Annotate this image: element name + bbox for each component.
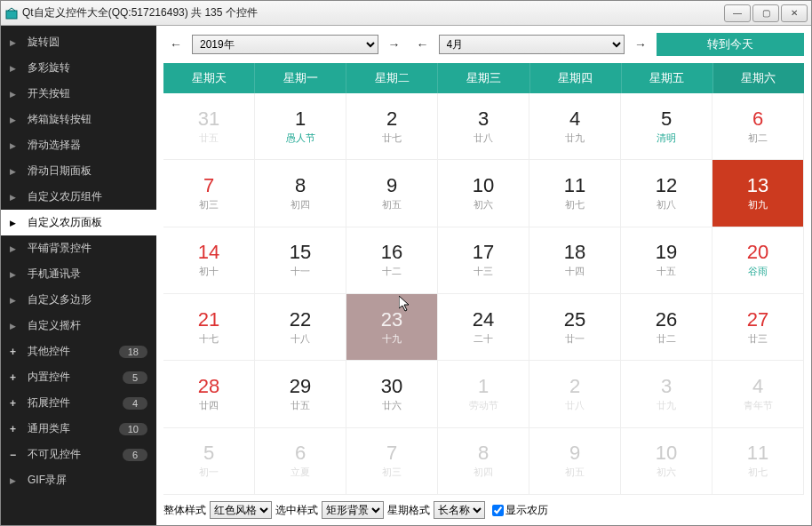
sidebar-item-12[interactable]: +其他控件18: [1, 339, 156, 364]
month-select[interactable]: 4月: [439, 35, 625, 54]
day-cell-7[interactable]: 7初三: [163, 160, 255, 227]
day-cell-9[interactable]: 9初五: [346, 160, 438, 227]
prev-month-button[interactable]: ←: [410, 34, 435, 55]
day-lunar: 初三: [382, 466, 402, 479]
day-cell-14[interactable]: 14初十: [163, 227, 255, 294]
day-cell-19[interactable]: 19十五: [621, 227, 712, 294]
year-select[interactable]: 2019年: [192, 35, 378, 54]
sidebar-badge: 4: [123, 397, 147, 410]
day-cell-8[interactable]: 8初四: [255, 160, 346, 227]
sidebar[interactable]: ▶旋转圆▶多彩旋转▶开关按钮▶烤箱旋转按钮▶滑动选择器▶滑动日期面板▶自定义农历…: [1, 26, 156, 525]
selected-style-select[interactable]: 矩形背景: [322, 501, 384, 519]
sidebar-item-0[interactable]: ▶旋转圆: [1, 29, 156, 55]
sidebar-item-label: 滑动选择器: [28, 138, 147, 153]
day-lunar: 十四: [565, 265, 585, 278]
day-cell-37[interactable]: 7初三: [346, 428, 438, 495]
day-cell-41[interactable]: 11初七: [712, 428, 804, 495]
day-cell-0[interactable]: 31廿五: [163, 93, 255, 160]
day-cell-2[interactable]: 2廿七: [346, 93, 438, 160]
sidebar-item-3[interactable]: ▶烤箱旋转按钮: [1, 107, 156, 132]
day-cell-21[interactable]: 21十七: [163, 294, 255, 361]
overall-style-select[interactable]: 红色风格: [210, 501, 272, 519]
day-cell-32[interactable]: 2廿八: [529, 361, 621, 427]
day-cell-23[interactable]: 23十九: [346, 294, 438, 361]
day-cell-13[interactable]: 13初九: [712, 160, 804, 227]
day-cell-35[interactable]: 5初一: [163, 428, 255, 495]
goto-today-button[interactable]: 转到今天: [657, 33, 804, 56]
overall-style-label: 整体样式: [163, 503, 206, 518]
sidebar-item-5[interactable]: ▶滑动日期面板: [1, 158, 156, 184]
day-cell-34[interactable]: 4青年节: [712, 361, 804, 427]
sidebar-item-11[interactable]: ▶自定义摇杆: [1, 313, 156, 339]
day-cell-33[interactable]: 3廿九: [621, 361, 712, 427]
window-title: Qt自定义控件大全(QQ:517216493) 共 135 个控件: [22, 5, 724, 20]
day-lunar: 十三: [474, 265, 493, 278]
day-cell-12[interactable]: 12初八: [621, 160, 712, 227]
week-format-select[interactable]: 长名称: [434, 501, 485, 519]
day-cell-15[interactable]: 15十一: [255, 227, 346, 294]
day-cell-30[interactable]: 30廿六: [346, 361, 438, 427]
day-cell-11[interactable]: 11初七: [529, 160, 621, 227]
day-lunar: 初二: [748, 132, 768, 145]
day-number: 22: [290, 309, 311, 331]
sidebar-item-9[interactable]: ▶手机通讯录: [1, 261, 156, 287]
close-button[interactable]: ✕: [781, 4, 808, 22]
day-cell-6[interactable]: 6初二: [712, 93, 804, 160]
day-cell-29[interactable]: 29廿五: [255, 361, 346, 427]
day-cell-40[interactable]: 10初六: [621, 428, 712, 495]
day-cell-36[interactable]: 6立夏: [255, 428, 346, 495]
bottom-bar: 整体样式 红色风格 选中样式 矩形背景 星期格式 长名称 显示农历: [163, 495, 804, 520]
day-cell-27[interactable]: 27廿三: [712, 294, 804, 361]
sidebar-item-7[interactable]: ▶自定义农历面板: [1, 210, 156, 235]
show-lunar-input[interactable]: [492, 505, 504, 516]
minimize-button[interactable]: —: [724, 4, 751, 22]
sidebar-item-6[interactable]: ▶自定义农历组件: [1, 184, 156, 210]
day-cell-24[interactable]: 24二十: [438, 294, 529, 361]
sidebar-item-1[interactable]: ▶多彩旋转: [1, 55, 156, 81]
sidebar-item-label: 旋转圆: [28, 35, 147, 50]
day-lunar: 十一: [291, 265, 310, 278]
sidebar-item-10[interactable]: ▶自定义多边形: [1, 287, 156, 313]
day-cell-3[interactable]: 3廿八: [438, 93, 529, 160]
day-cell-25[interactable]: 25廿一: [529, 294, 621, 361]
day-number: 19: [656, 242, 677, 263]
next-month-button[interactable]: →: [628, 34, 653, 55]
sidebar-item-15[interactable]: +通用类库10: [1, 416, 156, 442]
day-cell-20[interactable]: 20谷雨: [712, 227, 804, 294]
day-lunar: 初四: [291, 198, 310, 211]
day-number: 4: [569, 108, 580, 130]
day-cell-18[interactable]: 18十四: [529, 227, 621, 294]
sidebar-item-17[interactable]: ▶GIF录屏: [1, 467, 156, 493]
day-lunar: 廿三: [748, 332, 768, 346]
sidebar-item-13[interactable]: +内置控件5: [1, 364, 156, 390]
day-lunar: 廿五: [199, 132, 219, 145]
sidebar-item-8[interactable]: ▶平铺背景控件: [1, 235, 156, 261]
day-cell-26[interactable]: 26廿二: [621, 294, 712, 361]
day-cell-5[interactable]: 5清明: [621, 93, 712, 160]
next-year-button[interactable]: →: [382, 34, 407, 55]
day-cell-28[interactable]: 28廿四: [163, 361, 255, 427]
arrow-icon: ▶: [10, 38, 20, 47]
day-cell-16[interactable]: 16十二: [346, 227, 438, 294]
arrow-icon: ▶: [10, 244, 20, 253]
day-cell-39[interactable]: 9初五: [529, 428, 621, 495]
day-cell-1[interactable]: 1愚人节: [255, 93, 346, 160]
day-cell-38[interactable]: 8初四: [438, 428, 529, 495]
day-cell-10[interactable]: 10初六: [438, 160, 529, 227]
prev-year-button[interactable]: ←: [163, 34, 188, 55]
day-number: 2: [386, 108, 397, 130]
day-cell-4[interactable]: 4廿九: [529, 93, 621, 160]
maximize-button[interactable]: ▢: [752, 4, 779, 22]
day-lunar: 廿一: [565, 332, 585, 346]
day-cell-31[interactable]: 1劳动节: [438, 361, 529, 427]
sidebar-item-4[interactable]: ▶滑动选择器: [1, 132, 156, 158]
sidebar-item-16[interactable]: −不可见控件6: [1, 442, 156, 467]
day-number: 16: [381, 242, 402, 263]
day-number: 14: [198, 242, 219, 263]
day-cell-17[interactable]: 17十三: [438, 227, 529, 294]
sidebar-item-2[interactable]: ▶开关按钮: [1, 81, 156, 107]
sidebar-item-label: 自定义摇杆: [28, 318, 147, 333]
sidebar-item-14[interactable]: +拓展控件4: [1, 390, 156, 416]
show-lunar-checkbox[interactable]: 显示农历: [492, 503, 548, 518]
day-cell-22[interactable]: 22十八: [255, 294, 346, 361]
